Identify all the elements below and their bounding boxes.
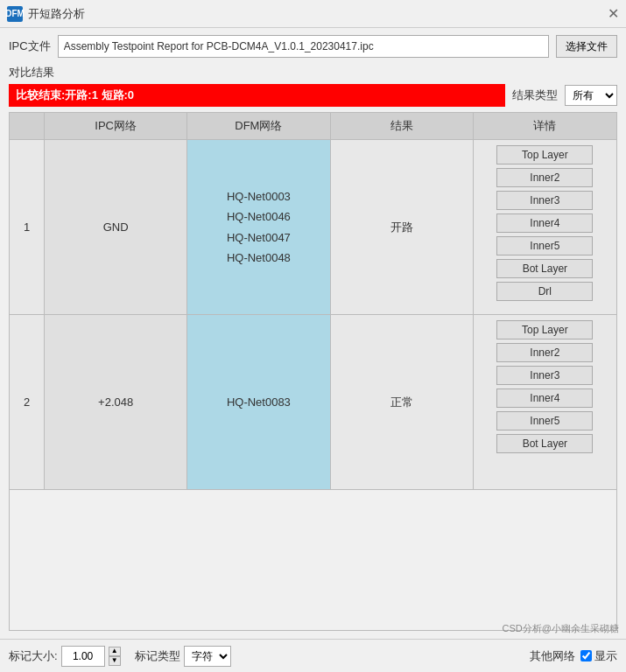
other-net-label: 其他网络 [530,648,575,664]
window-title: 开短路分析 [28,6,85,22]
cell-detail-1: Top Layer Inner2 Inner3 Inner4 Inner5 Bo… [474,140,616,314]
inner4-btn-1[interactable]: Inner4 [496,214,593,233]
mark-size-item: 标记大小: ▲ ▼ [9,646,121,667]
th-num [10,113,45,139]
main-content: IPC文件 选择文件 对比结果 比较结束:开路:1 短路:0 结果类型 所有 I… [0,28,626,638]
drl-btn-1[interactable]: Drl [496,282,593,301]
th-dfm: DFM网络 [187,113,330,139]
top-layer-btn-2[interactable]: Top Layer [496,320,593,340]
inner3-btn-1[interactable]: Inner3 [496,191,593,210]
select-file-button[interactable]: 选择文件 [556,35,617,58]
app-icon: DFM [7,6,23,22]
table-row: 2 +2.048 HQ-Net0083 正常 Top Layer Inner2 … [10,315,616,490]
cell-num-1: 1 [10,140,45,314]
close-button[interactable]: ✕ [608,5,619,22]
bot-layer-btn-2[interactable]: Bot Layer [496,434,593,453]
spin-up-button[interactable]: ▲ [109,647,121,656]
compare-section-label: 对比结果 [9,65,617,80]
inner2-btn-1[interactable]: Inner2 [496,168,593,187]
th-result: 结果 [331,113,474,139]
bot-layer-btn-1[interactable]: Bot Layer [496,259,593,278]
cell-ipc-2: +2.048 [45,315,187,489]
cell-detail-2: Top Layer Inner2 Inner3 Inner4 Inner5 Bo… [474,315,616,489]
bottom-right: 其他网络 显示 [530,648,617,664]
cell-result-1: 开路 [331,140,474,314]
ipc-label: IPC文件 [9,38,51,54]
inner5-btn-1[interactable]: Inner5 [496,236,593,256]
inner3-btn-2[interactable]: Inner3 [496,366,593,385]
status-row: 比较结束:开路:1 短路:0 结果类型 所有 [9,84,617,107]
result-type-label: 结果类型 [512,88,558,103]
cell-num-2: 2 [10,315,45,489]
mark-size-input[interactable] [61,646,105,667]
cell-ipc-1: GND [45,140,187,314]
result-type-select[interactable]: 所有 [565,85,617,106]
status-badge: 比较结束:开路:1 短路:0 [9,84,505,107]
ipc-row: IPC文件 选择文件 [9,35,617,58]
inner4-btn-2[interactable]: Inner4 [496,388,593,408]
inner5-btn-2[interactable]: Inner5 [496,411,593,430]
display-checkbox[interactable] [580,650,592,662]
cell-dfm-2: HQ-Net0083 [187,315,330,489]
inner2-btn-2[interactable]: Inner2 [496,343,593,362]
top-layer-btn-1[interactable]: Top Layer [496,145,593,164]
display-checkbox-label[interactable]: 显示 [580,648,617,664]
mark-type-label: 标记类型 [135,648,180,664]
ipc-input[interactable] [58,35,549,58]
mark-type-select[interactable]: 字符 圆形 方形 [184,646,231,667]
table-body: 1 GND HQ-Net0003HQ-Net0046HQ-Net0047HQ-N… [10,140,616,630]
bottom-bar: 标记大小: ▲ ▼ 标记类型 字符 圆形 方形 其他网络 显示 [0,639,626,672]
mark-size-spinner: ▲ ▼ [109,647,121,666]
table-row: 1 GND HQ-Net0003HQ-Net0046HQ-Net0047HQ-N… [10,140,616,315]
display-label: 显示 [594,648,617,664]
cell-dfm-1: HQ-Net0003HQ-Net0046HQ-Net0047HQ-Net0048 [187,140,330,314]
watermark: CSD分析@小幽余生采砌糖 [496,620,626,637]
dfm-nets-1: HQ-Net0003HQ-Net0046HQ-Net0047HQ-Net0048 [227,186,291,269]
table-container: IPC网络 DFM网络 结果 详情 1 GND HQ-Net0003HQ-Net… [9,112,617,631]
mark-type-item: 标记类型 字符 圆形 方形 [135,646,231,667]
th-detail: 详情 [474,113,616,139]
mark-size-label: 标记大小: [9,648,58,664]
cell-result-2: 正常 [331,315,474,489]
table-header: IPC网络 DFM网络 结果 详情 [10,113,616,140]
title-bar: DFM 开短路分析 ✕ [0,0,626,28]
th-ipc: IPC网络 [45,113,187,139]
spin-down-button[interactable]: ▼ [109,656,121,666]
